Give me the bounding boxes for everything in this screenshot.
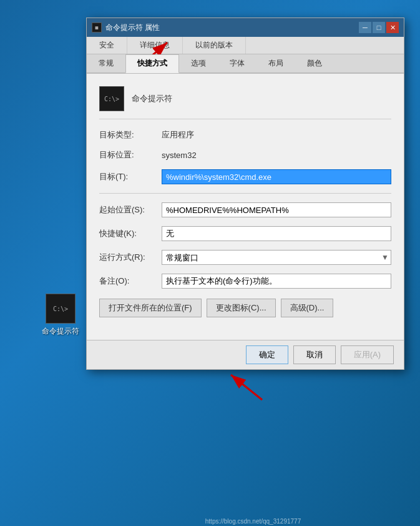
cmd-icon xyxy=(46,294,76,324)
desktop-icon-cmd[interactable]: 命令提示符 xyxy=(39,294,82,337)
run-mode-select[interactable]: 常规窗口 xyxy=(162,250,391,265)
app-icon: C:\> xyxy=(99,86,124,111)
desktop: 命令提示符 ■ 命令提示符 属性 ─ □ ✕ 安全 详细信息 以前的版本 常规 … xyxy=(0,0,420,526)
cancel-button[interactable]: 取消 xyxy=(293,345,336,364)
tab-shortcut[interactable]: 快捷方式 xyxy=(125,54,179,73)
start-location-input[interactable] xyxy=(162,202,391,217)
open-location-button[interactable]: 打开文件所在的位置(F) xyxy=(99,299,202,317)
advanced-button[interactable]: 高级(D)... xyxy=(281,299,334,317)
label-run-mode: 运行方式(R): xyxy=(99,252,162,263)
field-start-location: 起始位置(S): xyxy=(99,202,391,217)
field-run-mode: 运行方式(R): 常规窗口 ▼ xyxy=(99,250,391,265)
tab-general[interactable]: 常规 xyxy=(87,54,125,72)
tab-layout[interactable]: 布局 xyxy=(256,54,295,72)
watermark: https://blog.csdn.net/qq_31291777 xyxy=(86,518,420,525)
properties-dialog: ■ 命令提示符 属性 ─ □ ✕ 安全 详细信息 以前的版本 常规 快捷方式 选… xyxy=(86,17,404,370)
run-mode-select-wrapper: 常规窗口 ▼ xyxy=(162,250,391,265)
title-controls: ─ □ ✕ xyxy=(359,22,399,33)
title-bar-icon: ■ xyxy=(92,22,102,32)
label-comment: 备注(O): xyxy=(99,275,162,287)
label-target-type: 目标类型: xyxy=(99,129,162,141)
dialog-footer: 确定 取消 应用(A) xyxy=(87,340,404,369)
dialog-title: 命令提示符 属性 xyxy=(105,22,160,33)
upper-tab-bar: 安全 详细信息 以前的版本 xyxy=(87,37,404,54)
app-name: 命令提示符 xyxy=(132,93,172,104)
maximize-button[interactable]: □ xyxy=(373,22,385,33)
ok-button[interactable]: 确定 xyxy=(246,345,288,364)
tab-security[interactable]: 安全 xyxy=(87,37,127,54)
tab-details[interactable]: 详细信息 xyxy=(127,37,183,54)
minimize-button[interactable]: ─ xyxy=(359,22,371,33)
shortcut-key-input[interactable] xyxy=(162,226,391,241)
field-target-type: 目标类型: 应用程序 xyxy=(99,129,391,141)
label-target: 目标(T): xyxy=(99,171,162,182)
field-shortcut-key: 快捷键(K): xyxy=(99,226,391,241)
label-target-location: 目标位置: xyxy=(99,149,162,161)
tab-options[interactable]: 选项 xyxy=(179,54,218,72)
divider-1 xyxy=(99,193,391,194)
field-target-location: 目标位置: system32 xyxy=(99,149,391,161)
desktop-icon-label: 命令提示符 xyxy=(42,326,79,337)
target-input[interactable] xyxy=(162,169,391,184)
field-target: 目标(T): xyxy=(99,169,391,184)
dialog-content: C:\> 命令提示符 目标类型: 应用程序 目标位置: system32 目标(… xyxy=(87,74,404,340)
arrow-indicator-2 xyxy=(218,369,268,406)
value-target-location: system32 xyxy=(162,151,197,160)
app-header: C:\> 命令提示符 xyxy=(99,86,391,119)
field-comment: 备注(O): xyxy=(99,274,391,289)
svg-line-3 xyxy=(231,375,262,400)
tab-font[interactable]: 字体 xyxy=(218,54,256,72)
label-shortcut-key: 快捷键(K): xyxy=(99,228,162,239)
action-buttons: 打开文件所在的位置(F) 更改图标(C)... 高级(D)... xyxy=(99,299,391,317)
apply-button[interactable]: 应用(A) xyxy=(341,345,394,364)
lower-tab-bar: 常规 快捷方式 选项 字体 布局 颜色 xyxy=(87,54,404,74)
tab-previous-versions[interactable]: 以前的版本 xyxy=(183,37,246,54)
close-button[interactable]: ✕ xyxy=(386,22,399,33)
comment-input[interactable] xyxy=(162,274,391,289)
title-bar: ■ 命令提示符 属性 ─ □ ✕ xyxy=(87,18,404,37)
label-start-location: 起始位置(S): xyxy=(99,204,162,216)
value-target-type: 应用程序 xyxy=(162,129,194,141)
change-icon-button[interactable]: 更改图标(C)... xyxy=(207,299,276,317)
tab-color[interactable]: 颜色 xyxy=(295,54,334,72)
